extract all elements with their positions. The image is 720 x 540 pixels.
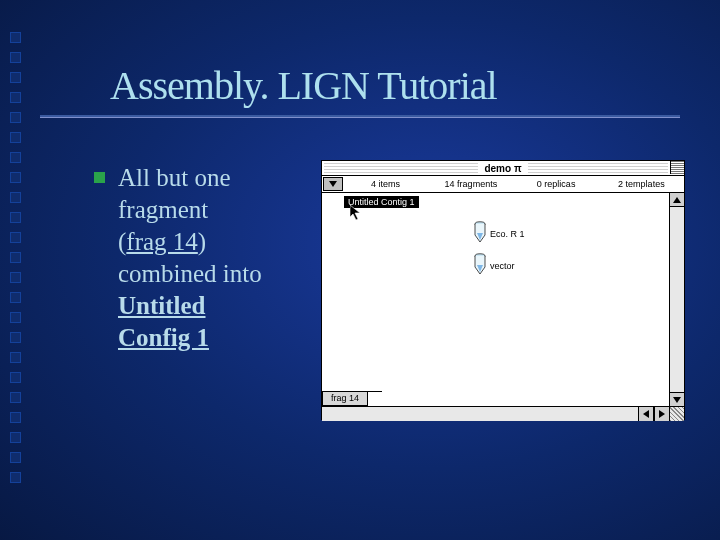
svg-marker-4 [673,197,681,203]
status-templates: 2 templates [599,179,684,189]
svg-marker-0 [329,181,337,187]
bullet-text-2: fragment [118,196,208,223]
status-items: 4 items [343,179,428,189]
window-zoom-box[interactable] [670,161,684,174]
status-replicas: 0 replicas [514,179,599,189]
frag-shelf: frag 14 [322,391,382,406]
frag14-item[interactable]: frag 14 [322,392,368,406]
bullet-config-line2: Config 1 [118,324,209,351]
svg-marker-7 [659,410,665,418]
tube-icon[interactable] [474,221,486,243]
view-dropdown[interactable] [323,177,343,191]
status-bar: 4 items 14 fragments 0 replicas 2 templa… [322,176,684,193]
slide-title: Assembly. LIGN Tutorial [110,62,497,109]
status-fragments: 14 fragments [428,179,513,189]
window-title: demo π [478,163,527,174]
tube-label-eco: Eco. R 1 [490,229,525,239]
tube-label-vector: vector [490,261,515,271]
title-rule [40,115,680,118]
scrollbar-vertical[interactable] [669,193,684,406]
svg-marker-1 [350,205,360,220]
scroll-up-icon[interactable] [670,193,684,207]
slide-bullet: All but one fragment (frag 14) combined … [118,162,306,354]
scroll-down-icon[interactable] [670,392,684,406]
cursor-icon [350,205,362,221]
chevron-down-icon [329,181,337,187]
bullet-marker-icon [94,172,105,183]
scroll-right-icon[interactable] [654,407,669,421]
bullet-frag14: frag 14 [126,228,198,255]
tube-icon[interactable] [474,253,486,275]
svg-marker-5 [673,397,681,403]
bullet-text-4: combined into [118,260,262,287]
bullet-paren-close: ) [198,228,206,255]
app-window: demo π 4 items 14 fragments 0 replicas 2… [321,160,685,420]
resize-handle[interactable] [669,407,684,421]
scroll-left-icon[interactable] [638,407,654,421]
scrollbar-horizontal[interactable] [322,407,684,421]
slide-deco-dots [10,32,21,483]
content-pane[interactable]: Untitled Contig 1 Eco. R 1 vector frag 1… [322,193,684,407]
svg-marker-6 [643,410,649,418]
bullet-text-1: All but one [118,164,231,191]
window-titlebar[interactable]: demo π [322,161,684,176]
bullet-config-line1: Untitled [118,292,206,319]
